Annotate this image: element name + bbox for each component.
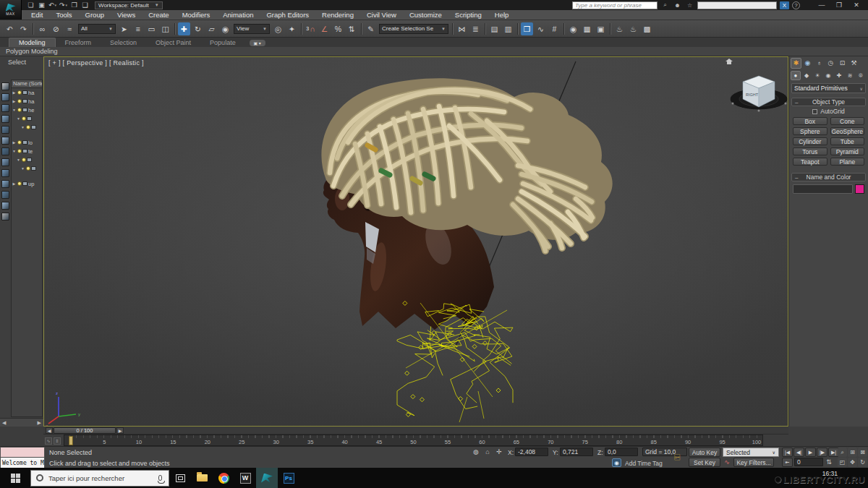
exchange-apps-icon[interactable]: X: [780, 1, 789, 9]
menu-help[interactable]: Help: [488, 11, 516, 19]
expand-arrow-down-icon[interactable]: ▼: [20, 166, 25, 171]
menu-create[interactable]: Create: [142, 11, 176, 19]
ribbon-tab-populate[interactable]: Populate: [200, 38, 245, 47]
close-button[interactable]: ✕: [848, 1, 865, 9]
bind-to-space-warp-icon[interactable]: ≈: [64, 22, 76, 35]
save-file-icon[interactable]: ▣: [37, 1, 46, 9]
time-slider[interactable]: 0 / 100: [54, 427, 116, 434]
sign-in-area[interactable]: [697, 1, 777, 9]
polygon-modeling-panel-label[interactable]: Polygon Modeling: [6, 48, 58, 55]
explorer-filter-icon-11[interactable]: [1, 202, 9, 210]
helpers-category-icon[interactable]: ✚: [834, 71, 844, 80]
visibility-bulb-icon[interactable]: [17, 140, 22, 145]
search-icon[interactable]: ⌕: [660, 1, 670, 9]
previous-key-icon[interactable]: ◀|: [793, 448, 804, 457]
auto-key-button[interactable]: Auto Key: [689, 448, 720, 457]
object-color-swatch[interactable]: [855, 184, 864, 194]
angle-snap-icon[interactable]: ∠: [318, 22, 331, 35]
set-key-button[interactable]: Set Key: [689, 458, 720, 467]
select-object-icon[interactable]: ➤: [118, 22, 130, 35]
tree-row[interactable]: ▶ha: [12, 88, 42, 97]
visibility-bulb-icon[interactable]: [22, 116, 26, 121]
redo-scene-icon[interactable]: ↷: [17, 22, 30, 35]
torus-button[interactable]: Torus: [793, 147, 827, 155]
expand-arrow-down-icon[interactable]: ▼: [16, 116, 21, 121]
explorer-scrollbar[interactable]: ◀ ▶: [0, 418, 43, 427]
open-file-icon[interactable]: ❏: [26, 1, 35, 9]
rendered-frame-window-icon[interactable]: ▣: [595, 22, 607, 35]
microphone-icon[interactable]: [158, 475, 162, 481]
tree-row[interactable]: ▼te: [12, 147, 42, 155]
hierarchy-tab[interactable]: ♁: [814, 58, 825, 69]
chrome-button[interactable]: [213, 468, 234, 488]
ribbon-tab-freeform[interactable]: Freeform: [56, 38, 101, 47]
tree-row[interactable]: ▶up: [12, 179, 42, 188]
scroll-left-icon[interactable]: ◀: [2, 420, 6, 426]
expand-arrow-down-icon[interactable]: ▼: [12, 149, 17, 153]
explorer-filter-icon-7[interactable]: [1, 158, 9, 166]
menu-group[interactable]: Group: [79, 11, 111, 19]
add-time-tag[interactable]: Add Time Tag: [625, 460, 663, 467]
layer-explorer-icon[interactable]: ▤: [488, 22, 501, 35]
tree-row[interactable]: ▼: [12, 114, 42, 123]
cameras-category-icon[interactable]: ◉: [823, 71, 833, 80]
select-and-place-icon[interactable]: ◉: [219, 22, 231, 35]
modify-tab[interactable]: ◉: [802, 58, 813, 69]
lights-category-icon[interactable]: ☀: [812, 71, 822, 80]
explorer-filter-icon-0[interactable]: [1, 82, 9, 90]
open-mini-curve-editor-icon[interactable]: ∿: [45, 437, 52, 445]
visibility-bulb-icon[interactable]: [22, 158, 26, 162]
file-explorer-button[interactable]: [191, 468, 213, 488]
menu-modifiers[interactable]: Modifiers: [176, 11, 217, 19]
hold-icon[interactable]: ❒: [69, 1, 79, 9]
render-setup-icon[interactable]: ▦: [581, 22, 593, 35]
explorer-filter-icon-12[interactable]: [1, 213, 9, 221]
start-button[interactable]: [0, 468, 30, 488]
explorer-filter-icon-8[interactable]: [1, 169, 9, 177]
listener-pane[interactable]: Welcome to M: [0, 458, 45, 468]
tree-row[interactable]: ▼: [12, 123, 42, 132]
explorer-filter-icon-1[interactable]: [1, 93, 9, 101]
expand-arrow-right-icon[interactable]: ▶: [12, 181, 17, 186]
visibility-bulb-icon[interactable]: [17, 108, 22, 112]
display-tab[interactable]: ⊡: [837, 58, 848, 69]
undo-icon[interactable]: ↶▾: [48, 1, 57, 9]
explorer-filter-icon-2[interactable]: [1, 104, 9, 112]
menu-customize[interactable]: Customize: [403, 11, 448, 19]
tree-row[interactable]: ▼: [12, 155, 42, 164]
visibility-bulb-icon[interactable]: [17, 90, 22, 95]
cone-button[interactable]: Cone: [830, 117, 865, 125]
3dsmax-taskbar-button[interactable]: [256, 468, 278, 488]
selection-lock-icon[interactable]: ⌂: [483, 448, 492, 456]
menu-graph-editors[interactable]: Graph Editors: [260, 11, 315, 19]
key-mode-dropdown[interactable]: Selected∨: [723, 448, 779, 457]
w-app-button[interactable]: W: [234, 468, 256, 488]
menu-scripting[interactable]: Scripting: [448, 11, 488, 19]
create-tab[interactable]: ✱: [791, 58, 801, 69]
visibility-bulb-icon[interactable]: [26, 166, 30, 171]
named-selection-sets-dropdown[interactable]: Create Selection Se▼: [379, 24, 448, 34]
tube-button[interactable]: Tube: [830, 137, 865, 145]
sphere-button[interactable]: Sphere: [793, 127, 827, 135]
zoom-region-icon[interactable]: ◰: [838, 458, 847, 467]
shapes-category-icon[interactable]: ◆: [801, 71, 812, 80]
help-search-input[interactable]: Type a keyword or phrase: [572, 1, 658, 9]
visibility-bulb-icon[interactable]: [17, 181, 22, 186]
primitive-category-dropdown[interactable]: Standard Primitives ∨: [791, 83, 866, 93]
sign-in-icon[interactable]: ☻: [673, 1, 682, 9]
trackbar-filter-icon[interactable]: ≡: [54, 437, 61, 445]
adaptive-degradation-icon[interactable]: ◍: [472, 448, 480, 456]
go-to-start-icon[interactable]: |◀: [782, 448, 793, 457]
redo-icon[interactable]: ↷▾: [59, 1, 68, 9]
explorer-filter-icon-5[interactable]: [1, 137, 9, 145]
autogrid-checkbox[interactable]: [812, 109, 817, 114]
manage-layers-icon[interactable]: ▥: [502, 22, 514, 35]
perspective-viewport[interactable]: [ + ] [ Perspective ] [ Realistic ]: [43, 56, 788, 427]
menu-civil-view[interactable]: Civil View: [360, 11, 403, 19]
zoom-all-icon[interactable]: ⊞: [848, 448, 857, 457]
expand-arrow-right-icon[interactable]: ▶: [12, 99, 17, 103]
edit-named-selection-sets-icon[interactable]: ✎: [365, 22, 377, 35]
zoom-icon[interactable]: ⌕: [838, 448, 847, 457]
y-coord-field[interactable]: 0,721: [560, 448, 593, 456]
zoom-extents-icon[interactable]: ⊠: [858, 448, 867, 457]
